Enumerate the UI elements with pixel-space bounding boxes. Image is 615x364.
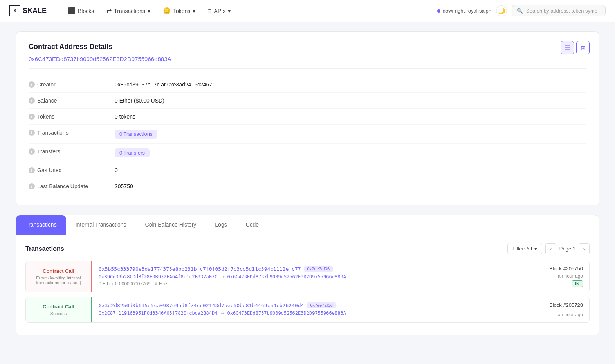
apis-icon: ≡ xyxy=(208,7,211,14)
nav-tokens-label: Tokens xyxy=(173,8,190,14)
transactions-badge[interactable]: 0 Transactions xyxy=(115,130,157,139)
tx-row-1: Contract Call Success 0x3d2d8250d0b635d5… xyxy=(25,297,590,323)
network-name: downright-royal-saiph xyxy=(443,8,491,14)
tx-status-label-1: Contract Call xyxy=(43,304,74,310)
nav-blocks-label: Blocks xyxy=(78,8,94,14)
tx-to-addr-0[interactable]: 0x6C473EDd8737b9009d52562E3D2D9755966e88… xyxy=(227,274,346,279)
detail-value-last-balance: 205750 xyxy=(115,183,586,189)
tx-body-0: 0x5b55c333790e3da1774375e8bb231bfc7f0f05… xyxy=(92,261,534,292)
logo-box: S xyxy=(9,5,20,16)
tx-time-1: an hour ago xyxy=(558,312,583,317)
tx-direction-badge-0: IN xyxy=(572,280,583,287)
tx-status-error-0: Contract Call Error: (Awaiting internal … xyxy=(26,261,92,292)
nav-blocks[interactable]: ⬛ Blocks xyxy=(62,5,99,17)
tx-hash-link-0[interactable]: 0x5b55c333790e3da1774375e8bb231bfc7f0f05… xyxy=(99,266,301,272)
nav-apis[interactable]: ≡ APIs ▾ xyxy=(202,5,236,17)
view-toggle-list[interactable]: ☰ xyxy=(561,41,574,54)
network-status-dot xyxy=(437,9,440,13)
detail-row-tokens: i Tokens 0 tokens xyxy=(29,109,586,125)
tx-arrow-1: → xyxy=(220,310,225,316)
detail-label-last-balance: i Last Balance Update xyxy=(29,183,115,189)
tab-coin-balance-history[interactable]: Coin Balance History xyxy=(136,215,206,235)
detail-row-creator: i Creator 0x89cd39–37a07c at 0xe3ad24–6c… xyxy=(29,77,586,93)
next-page-button[interactable]: › xyxy=(579,243,590,254)
info-icon-tokens: i xyxy=(29,114,35,120)
card-title: Contract Address Details xyxy=(29,43,586,51)
tx-hash-row-0: 0x5b55c333790e3da1774375e8bb231bfc7f0f05… xyxy=(99,266,528,272)
tx-hash-link-1[interactable]: 0x3d2d8250d0b635d5ca0987e9ad8f74cc02143d… xyxy=(99,303,304,308)
nav-transactions-label: Transactions xyxy=(114,8,145,14)
info-icon-creator: i xyxy=(29,81,35,88)
tx-block-badge-0: 0x7ee7af36 xyxy=(304,266,333,272)
detail-value-gas-used: 0 xyxy=(115,167,586,173)
apis-chevron-icon: ▾ xyxy=(228,8,231,14)
prev-page-button[interactable]: ‹ xyxy=(545,243,556,254)
search-placeholder: Search by address, token symb xyxy=(526,8,597,14)
info-icon-transactions: i xyxy=(29,130,35,136)
tx-from-addr-0[interactable]: 0x89Cd39b28CDdBf28E3B972EA64f8c1c2B337a0… xyxy=(99,274,217,279)
nav-apis-label: APIs xyxy=(214,8,226,14)
tx-status-success-1: Contract Call Success xyxy=(26,297,92,322)
detail-row-transfers: i Transfers 0 Transfers xyxy=(29,144,586,162)
detail-label-gas-used: i Gas Used xyxy=(29,167,115,173)
tabs: Transactions Internal Transactions Coin … xyxy=(16,215,599,235)
list-view-icon: ☰ xyxy=(565,44,570,52)
detail-row-transactions: i Transactions 0 Transactions xyxy=(29,125,586,144)
logo-text: SKALE xyxy=(23,7,47,15)
tx-addr-row-0: 0x89Cd39b28CDdBf28E3B972EA64f8c1c2B337a0… xyxy=(99,274,528,279)
tx-right-1: Block #205728 an hour ago xyxy=(534,297,589,322)
tx-block-0: Block #205750 xyxy=(549,266,583,272)
detail-label-creator: i Creator xyxy=(29,81,115,88)
tabs-container: Transactions Internal Transactions Coin … xyxy=(16,215,599,235)
detail-value-creator: 0x89cd39–37a07c at 0xe3ad24–6c2467 xyxy=(115,81,586,88)
transactions-header: Transactions Filter: All ▾ ‹ Page 1 › xyxy=(25,243,590,254)
tx-row-0: Contract Call Error: (Awaiting internal … xyxy=(25,261,590,292)
tx-addr-row-1: 0x2C87f119163951F0d3346A05f7820fcbda2884… xyxy=(99,310,528,316)
detail-row-balance: i Balance 0 Ether ($0.00 USD) xyxy=(29,93,586,109)
tx-time-0: an hour ago xyxy=(558,273,583,279)
tab-code[interactable]: Code xyxy=(236,215,268,235)
tx-from-addr-1[interactable]: 0x2C87f119163951F0d3346A05f7820fcbda2884… xyxy=(99,310,217,316)
detail-label-balance: i Balance xyxy=(29,97,115,104)
tab-logs[interactable]: Logs xyxy=(206,215,236,235)
tokens-icon: 🪙 xyxy=(163,7,171,14)
transactions-icon: ⇄ xyxy=(106,7,112,14)
detail-label-tokens: i Tokens xyxy=(29,114,115,120)
tab-transactions[interactable]: Transactions xyxy=(16,215,66,235)
tx-arrow-0: → xyxy=(220,274,225,279)
detail-value-transfers: 0 Transfers xyxy=(115,148,586,157)
tx-fee-row-0: 0 Ether 0.000000007269 TX Fee xyxy=(99,281,528,287)
detail-value-balance: 0 Ether ($0.00 USD) xyxy=(115,97,586,104)
pagination-controls: Filter: All ▾ ‹ Page 1 › xyxy=(507,243,590,254)
theme-toggle-button[interactable]: 🌙 xyxy=(496,5,507,16)
tx-to-addr-1[interactable]: 0x6C473EDd8737b9009d52562E3D2D9755966e88… xyxy=(227,310,346,316)
tx-right-0: Block #205750 an hour ago IN xyxy=(534,261,589,292)
detail-value-transactions: 0 Transactions xyxy=(115,130,586,139)
info-icon-last-balance: i xyxy=(29,183,35,189)
contract-address-link[interactable]: 0x6C473EDd8737b9009d52562E3D2D9755966e88… xyxy=(29,56,586,69)
detail-value-tokens: 0 tokens xyxy=(115,114,586,120)
transactions-chevron-icon: ▾ xyxy=(148,8,150,14)
main-header: S SKALE ⬛ Blocks ⇄ Transactions ▾ 🪙 Toke… xyxy=(0,0,615,22)
contract-details-card: Contract Address Details 0x6C473EDd8737b… xyxy=(16,31,599,205)
search-bar[interactable]: 🔍 Search by address, token symb xyxy=(512,5,606,16)
info-icon-gas-used: i xyxy=(29,167,35,173)
view-toggle-grid[interactable]: ⊞ xyxy=(576,41,590,54)
nav-tokens[interactable]: 🪙 Tokens ▾ xyxy=(157,5,201,17)
tx-status-sub-0: Error: (Awaiting internal transactions f… xyxy=(31,276,87,285)
search-icon: 🔍 xyxy=(517,8,523,14)
detail-label-transfers: i Transfers xyxy=(29,148,115,155)
tx-status-label-0: Contract Call xyxy=(43,268,74,274)
tab-internal-transactions[interactable]: Internal Transactions xyxy=(66,215,136,235)
filter-dropdown[interactable]: Filter: All ▾ xyxy=(507,243,542,254)
detail-row-last-balance: i Last Balance Update 205750 xyxy=(29,178,586,194)
tx-block-badge-1: 0x7ee7af36 xyxy=(307,302,336,308)
transfers-badge[interactable]: 0 Transfers xyxy=(115,148,150,157)
nav-transactions[interactable]: ⇄ Transactions ▾ xyxy=(101,5,156,17)
tx-hash-row-1: 0x3d2d8250d0b635d5ca0987e9ad8f74cc02143d… xyxy=(99,302,528,308)
page-label: Page 1 xyxy=(559,246,575,252)
view-toggles: ☰ ⊞ xyxy=(561,41,590,54)
tx-fee-0: 0 Ether 0.000000007269 TX Fee xyxy=(99,281,167,287)
logo[interactable]: S SKALE xyxy=(9,5,47,16)
info-icon-transfers: i xyxy=(29,148,35,155)
